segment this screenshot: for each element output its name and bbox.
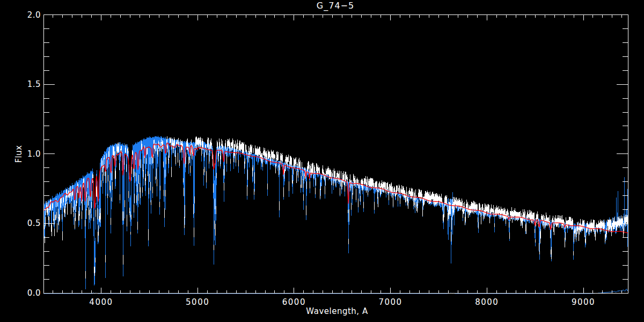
y-tick-label: 0.5 (27, 218, 41, 228)
y-axis-label: Flux (14, 145, 24, 163)
x-axis-label: Wavelength, A (306, 306, 368, 316)
x-tick-label: 4000 (89, 297, 113, 307)
x-tick-label: 6000 (282, 297, 306, 307)
plot-title: G_74−5 (317, 1, 354, 11)
y-tick-label: 1.0 (27, 149, 41, 159)
plot-background (0, 0, 644, 322)
x-tick-label: 7000 (378, 297, 402, 307)
x-tick-label: 9000 (572, 297, 595, 307)
x11-plot-window: 4000500060007000800090000.00.51.01.52.0 … (0, 0, 644, 322)
x-tick-label: 5000 (186, 297, 209, 307)
spectrum-plot: 4000500060007000800090000.00.51.01.52.0 … (0, 0, 644, 322)
y-tick-label: 0.0 (27, 288, 41, 298)
y-tick-label: 2.0 (27, 10, 41, 20)
y-tick-label: 1.5 (27, 79, 41, 89)
x-tick-label: 8000 (475, 297, 499, 307)
